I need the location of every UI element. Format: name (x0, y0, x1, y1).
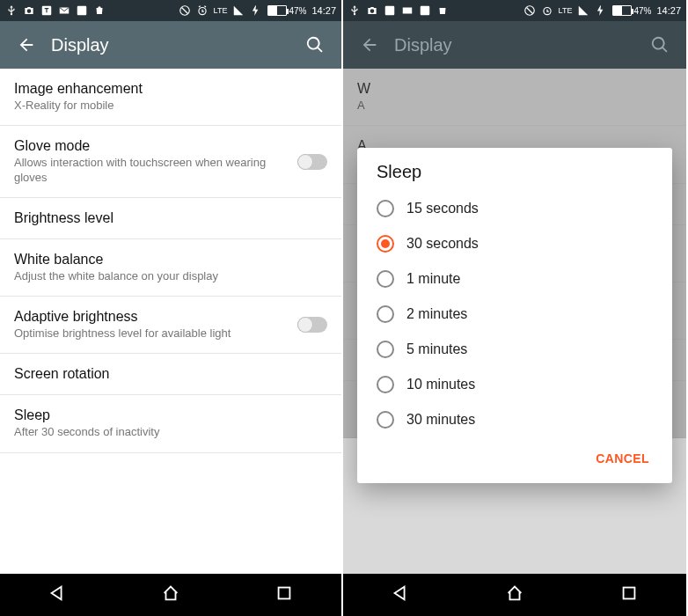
radio-button[interactable] (377, 270, 394, 288)
setting-row-screen-rotation[interactable]: Screen rotation (0, 354, 341, 395)
battery-indicator: 47% (612, 5, 651, 16)
text-icon (40, 4, 53, 17)
status-bar: LTE 47% 14:27 (0, 0, 341, 21)
shop-icon (436, 4, 449, 17)
radio-button[interactable] (377, 305, 394, 323)
setting-title: Brightness level (14, 210, 327, 226)
lte-label: LTE (559, 6, 573, 15)
alarm-icon (196, 4, 209, 17)
sleep-option-2-minutes[interactable]: 2 minutes (357, 297, 672, 332)
svg-rect-1 (77, 6, 87, 16)
sleep-option-30-minutes[interactable]: 30 minutes (357, 402, 672, 437)
setting-subtitle: After 30 seconds of inactivity (14, 425, 327, 439)
camera-icon (23, 4, 35, 17)
toggle-switch[interactable] (297, 154, 327, 170)
status-bar: LTE 47% 14:27 (343, 0, 686, 21)
nav-bar (0, 574, 341, 616)
screen-display-settings: LTE 47% 14:27 Display Image enhancementX… (0, 0, 343, 616)
setting-row-glove-mode[interactable]: Glove modeAllows interaction with touchs… (0, 126, 341, 198)
radio-label: 30 minutes (406, 412, 475, 428)
radio-button[interactable] (377, 200, 394, 217)
nav-back-button[interactable] (48, 583, 67, 606)
radio-button[interactable] (377, 376, 394, 393)
google-plus-icon (419, 4, 431, 17)
search-button (642, 27, 677, 62)
nav-recent-button[interactable] (274, 583, 294, 606)
lte-label: LTE (214, 6, 228, 15)
radio-label: 30 seconds (406, 236, 479, 252)
sleep-dialog: Sleep 15 seconds30 seconds1 minute2 minu… (357, 148, 672, 483)
setting-title: Screen rotation (14, 366, 327, 382)
camera-icon (366, 4, 378, 17)
no-disturb-icon (179, 4, 191, 17)
sleep-option-15-seconds[interactable]: 15 seconds (357, 191, 672, 226)
usb-icon (5, 4, 18, 17)
nav-bar (343, 574, 686, 616)
back-button[interactable] (9, 27, 44, 62)
back-button (352, 27, 387, 62)
radio-label: 5 minutes (406, 341, 467, 357)
radio-button[interactable] (377, 411, 394, 429)
nav-home-button[interactable] (505, 583, 524, 606)
setting-row-brightness-level[interactable]: Brightness level (0, 198, 341, 239)
mail-icon (401, 4, 414, 17)
dialog-title: Sleep (357, 162, 672, 191)
svg-rect-6 (421, 6, 430, 16)
toolbar: Display (343, 21, 686, 69)
shop-icon (93, 4, 106, 17)
setting-title: Glove mode (14, 138, 289, 154)
radio-button[interactable] (377, 341, 394, 358)
nav-back-button[interactable] (391, 583, 410, 606)
usb-icon (348, 4, 361, 17)
sleep-option-1-minute[interactable]: 1 minute (357, 261, 672, 297)
settings-list-dimmed: WAAO liSSASODFont sizeNormal Sleep 15 se… (343, 69, 686, 574)
radio-button[interactable] (377, 235, 394, 253)
setting-row-sleep[interactable]: SleepAfter 30 seconds of inactivity (0, 395, 341, 452)
nav-recent-button[interactable] (619, 583, 639, 606)
page-title: Display (394, 35, 642, 55)
setting-title: White balance (14, 252, 327, 268)
signal-icon (577, 4, 589, 17)
google-plus-icon (76, 4, 88, 17)
signal-icon (232, 4, 245, 17)
svg-rect-9 (624, 588, 635, 599)
setting-row-image-enhancement[interactable]: Image enhancementX-Reality for mobile (0, 69, 341, 126)
setting-row-adaptive-brightness[interactable]: Adaptive brightnessOptimise brightness l… (0, 297, 341, 354)
svg-rect-5 (385, 6, 395, 16)
toolbar: Display (0, 21, 341, 69)
page-title: Display (51, 35, 297, 55)
settings-list: Image enhancementX-Reality for mobileGlo… (0, 69, 341, 574)
radio-label: 2 minutes (406, 306, 467, 322)
setting-title: Sleep (14, 407, 327, 423)
svg-rect-4 (279, 588, 290, 599)
radio-label: 15 seconds (406, 201, 479, 216)
nav-home-button[interactable] (161, 583, 180, 606)
sleep-option-30-seconds[interactable]: 30 seconds (357, 226, 672, 261)
mail-icon (58, 4, 70, 17)
bolt-icon (250, 4, 262, 17)
screen-sleep-dialog: LTE 47% 14:27 Display WAAO liSSASODFont … (343, 0, 686, 616)
setting-subtitle: X-Reality for mobile (14, 99, 327, 113)
bolt-icon (595, 4, 607, 17)
toggle-switch[interactable] (297, 317, 327, 333)
setting-subtitle: Adjust the white balance on your display (14, 269, 327, 283)
radio-label: 10 minutes (406, 377, 475, 392)
text-icon (384, 4, 396, 17)
battery-indicator: 47% (267, 5, 306, 16)
sleep-option-5-minutes[interactable]: 5 minutes (357, 332, 672, 367)
clock-label: 14:27 (311, 5, 336, 16)
radio-label: 1 minute (406, 271, 460, 287)
setting-subtitle: Optimise brightness level for available … (14, 326, 289, 341)
alarm-icon (541, 4, 553, 17)
search-button[interactable] (297, 27, 333, 62)
setting-title: Adaptive brightness (14, 309, 289, 325)
setting-title: Image enhancement (14, 81, 327, 97)
setting-row-white-balance[interactable]: White balanceAdjust the white balance on… (0, 239, 341, 297)
cancel-button[interactable]: CANCEL (585, 444, 660, 473)
clock-label: 14:27 (656, 5, 681, 16)
sleep-option-10-minutes[interactable]: 10 minutes (357, 367, 672, 402)
no-disturb-icon (523, 4, 536, 17)
setting-subtitle: Allows interaction with touchscreen when… (14, 156, 289, 185)
